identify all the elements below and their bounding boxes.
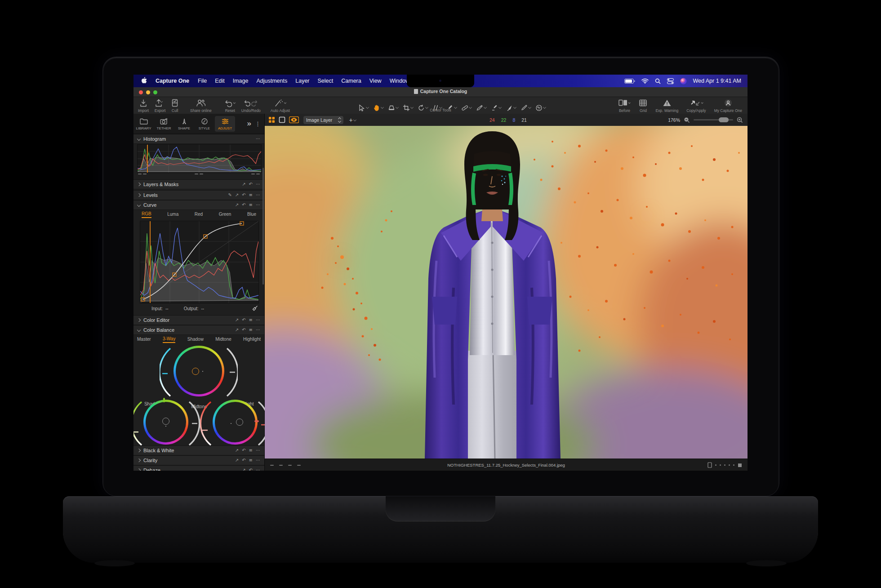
shadow-color-wheel[interactable]	[143, 400, 188, 445]
copy-adjustments-icon[interactable]: ↗	[235, 191, 239, 200]
copy-adjustments-icon[interactable]: ↗	[242, 466, 245, 471]
curve-graph[interactable]	[140, 221, 259, 303]
tab-tether[interactable]: TETHER	[154, 117, 174, 130]
copy-adjustments-icon[interactable]: ↗	[235, 446, 239, 455]
zoom-out-icon[interactable]	[684, 117, 690, 123]
curve-tab-red[interactable]: Red	[195, 212, 203, 218]
curve-tab-rgb[interactable]: RGB	[142, 211, 151, 218]
panel-curve-header[interactable]: Curve ↗ ↶ ≡ ⋯	[133, 200, 264, 210]
reset-icon[interactable]: ↶	[242, 191, 245, 200]
more-icon[interactable]: ⋯	[256, 316, 260, 325]
proof-view-icon[interactable]	[289, 116, 299, 123]
export-button[interactable]: Export	[154, 97, 166, 113]
tab-shape[interactable]: SHAPE	[174, 117, 194, 130]
menu-clock[interactable]: Wed Apr 1 9:41 AM	[693, 78, 741, 84]
search-icon[interactable]	[655, 78, 661, 84]
more-icon[interactable]: ⋯	[256, 180, 260, 189]
control-center-icon[interactable]	[667, 78, 674, 84]
panel-histogram-header[interactable]: Histogram ⋯	[133, 134, 264, 144]
midtone-selector[interactable]	[192, 368, 199, 375]
assistant-icon[interactable]	[680, 78, 687, 85]
orientation-icon[interactable]	[707, 462, 712, 468]
auto-levels-icon[interactable]: ✎	[228, 191, 231, 200]
cull-button[interactable]: Cull	[171, 97, 178, 113]
shadow-saturation-arc[interactable]	[133, 400, 144, 447]
share-online-button[interactable]: Share online	[190, 97, 212, 113]
reset-icon[interactable]: ↶	[249, 466, 253, 471]
single-view-icon[interactable]	[279, 116, 285, 123]
reset-icon[interactable]: ↶	[242, 316, 245, 325]
menu-item-image[interactable]: Image	[229, 78, 253, 84]
menu-item-view[interactable]: View	[365, 78, 386, 84]
copy-adjustments-icon[interactable]: ↗	[235, 456, 239, 465]
reset-icon[interactable]: ↶	[242, 325, 245, 334]
reset-icon[interactable]: ↶	[242, 200, 245, 209]
copy-apply-button[interactable]: Copy/Apply	[686, 97, 706, 113]
copy-adjustments-icon[interactable]: ↗	[235, 200, 239, 209]
cb-tab-master[interactable]: Master	[137, 337, 151, 343]
reset-icon[interactable]: ↶	[242, 446, 245, 455]
panel-clarity-header[interactable]: Clarity ↗ ↶ ≡ ⋯	[133, 455, 264, 465]
curve-tab-green[interactable]: Green	[219, 212, 231, 218]
exposure-warning-button[interactable]: Exp. Warning	[655, 97, 678, 113]
panel-color-balance-header[interactable]: Color Balance ↗ ↶ ≡ ⋯	[133, 325, 264, 335]
more-icon[interactable]: ⋯	[256, 191, 260, 200]
zoom-in-icon[interactable]	[737, 117, 743, 123]
panel-color-editor-header[interactable]: Color Editor ↗ ↶ ≡ ⋯	[133, 315, 264, 325]
midtone-saturation-arc[interactable]	[160, 346, 173, 399]
presets-icon[interactable]: ≡	[249, 325, 253, 334]
grid-toggle-icon[interactable]	[738, 463, 742, 468]
more-icon[interactable]: ⋯	[256, 466, 260, 471]
copy-adjustments-icon[interactable]: ↗	[235, 316, 239, 325]
tools-kebab-icon[interactable]: ⋮	[255, 120, 261, 127]
panel-dehaze-header[interactable]: Dehaze ↗ ↶ ⋯	[133, 465, 264, 471]
battery-icon[interactable]	[624, 79, 635, 84]
import-button[interactable]: Import	[138, 97, 149, 113]
tab-adjust[interactable]: ADJUST	[215, 116, 235, 132]
more-icon[interactable]: ⋯	[256, 325, 260, 334]
more-icon[interactable]: ⋯	[256, 200, 260, 209]
before-button[interactable]: Before	[618, 97, 631, 113]
copy-adjustments-icon[interactable]: ↗	[242, 180, 245, 189]
cb-tab-midtone[interactable]: Midtone	[215, 337, 231, 343]
midtone-brightness-arc[interactable]	[224, 346, 238, 399]
undo-redo-button[interactable]: Undo/Redo	[241, 97, 261, 113]
auto-adjust-button[interactable]: Auto Adjust	[271, 97, 290, 113]
zoom-slider[interactable]	[694, 119, 733, 120]
sidebar-scrollbar[interactable]	[263, 168, 264, 285]
panel-black-white-header[interactable]: Black & White ↗ ↶ ≡ ⋯	[133, 445, 264, 455]
highlight-saturation-arc[interactable]	[200, 400, 214, 447]
menu-item-file[interactable]: File	[194, 78, 211, 84]
menu-item-select[interactable]: Select	[314, 78, 338, 84]
menu-item-app[interactable]: Capture One	[151, 78, 194, 84]
presets-icon[interactable]: ≡	[249, 456, 253, 465]
menu-item-edit[interactable]: Edit	[211, 78, 229, 84]
midtone-color-wheel[interactable]	[174, 346, 224, 396]
more-icon[interactable]: ⋯	[256, 134, 260, 143]
photo-canvas[interactable]	[265, 126, 748, 459]
more-icon[interactable]: ⋯	[256, 446, 260, 455]
tab-library[interactable]: LIBRARY	[133, 117, 154, 130]
tab-style[interactable]: STYLE	[194, 117, 214, 130]
more-icon[interactable]: ⋯	[256, 456, 260, 465]
presets-icon[interactable]: ≡	[249, 200, 253, 209]
curve-tab-luma[interactable]: Luma	[167, 212, 178, 218]
my-capture-one-button[interactable]: My Capture One	[714, 97, 742, 113]
color-sampler-tool[interactable]	[535, 104, 546, 111]
grid-button[interactable]: Grid	[639, 97, 647, 113]
menu-item-adjustments[interactable]: Adjustments	[252, 78, 291, 84]
cb-tab-highlight[interactable]: Highlight	[243, 337, 261, 343]
copy-adjustments-icon[interactable]: ↗	[235, 325, 239, 334]
image-filename[interactable]: NOTHIGHESTRES_11.7.25_Hockney_Selects_Fi…	[265, 463, 748, 468]
panel-levels-header[interactable]: Levels ✎ ↗ ↶ ≡ ⋯	[133, 190, 264, 200]
expand-tools-icon[interactable]: »	[247, 119, 251, 128]
highlight-color-wheel[interactable]	[213, 400, 258, 445]
layer-select[interactable]: Image Layer	[303, 116, 343, 124]
zoom-slider-thumb[interactable]	[719, 117, 729, 122]
cb-tab-3way[interactable]: 3-Way	[163, 336, 176, 343]
highlight-selector[interactable]	[236, 419, 243, 426]
presets-icon[interactable]: ≡	[249, 446, 253, 455]
presets-icon[interactable]: ≡	[249, 316, 253, 325]
reset-icon[interactable]: ↶	[249, 180, 253, 189]
wifi-icon[interactable]	[641, 78, 649, 84]
